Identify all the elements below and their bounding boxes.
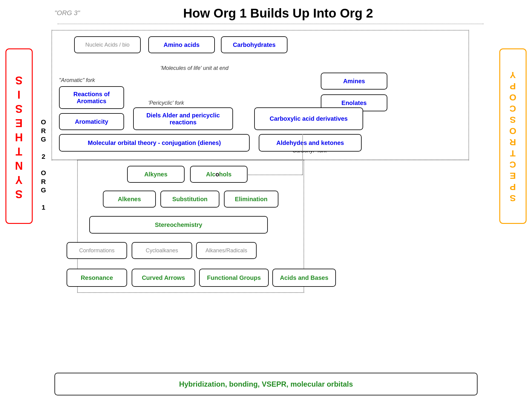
carboxylic-box: Carboxylic acid derivatives	[254, 107, 363, 130]
alcohols-dotted-vert	[302, 134, 303, 175]
alcohols-dotted-right	[248, 175, 303, 175]
amino-acids-box: Amino acids	[148, 36, 215, 53]
hybridization-box: Hybridization, bonding, VSEPR, molecular…	[54, 373, 478, 395]
acids-bases-box: Acids and Bases	[272, 269, 336, 287]
cycloalkanes-box: Cycloalkanes	[132, 242, 192, 259]
org1-label: ORG1	[41, 169, 46, 212]
carbohydrates-box: Carbohydrates	[221, 36, 287, 53]
org2-label: ORG2	[41, 118, 46, 161]
spectroscopy-box: SPECTROSCOPY	[499, 48, 527, 224]
diels-alder-box: Diels Alder and pericyclic reactions	[133, 107, 233, 130]
functional-groups-box: Functional Groups	[199, 269, 269, 287]
nucleic-acids-box: Nucleic Acids / bio	[74, 36, 141, 53]
synthesis-box: SYNTHESIS	[5, 48, 33, 224]
mol-orbital-box: Molecular orbital theory - conjugation (…	[59, 134, 250, 152]
main-container: How Org 1 Builds Up Into Org 2 "ORG 3" S…	[0, 0, 532, 406]
stereochemistry-box: Stereochemistry	[89, 216, 268, 234]
alkynes-box: Alkynes	[127, 166, 185, 183]
org3-divider	[57, 24, 484, 24]
org3-label: "ORG 3"	[54, 9, 80, 17]
hybridization-label: Hybridization, bonding, VSEPR, molecular…	[179, 380, 353, 388]
aldehydes-box: Aldehydes and ketones	[259, 134, 362, 152]
spectroscopy-label: SPECTROSCOPY	[508, 69, 518, 203]
aromaticity-box: Aromaticity	[59, 113, 124, 130]
synthesis-label: SYNTHESIS	[13, 72, 25, 200]
amines-box: Amines	[321, 73, 387, 90]
resonance-box: Resonance	[67, 269, 127, 287]
org-divider-line	[51, 160, 469, 160]
conformations-box: Conformations	[67, 242, 127, 259]
elimination-box: Elimination	[224, 191, 278, 208]
alcohols-box: Alcohols	[190, 166, 248, 183]
page-title: How Org 1 Builds Up Into Org 2	[30, 6, 526, 21]
curved-arrows-box: Curved Arrows	[132, 269, 195, 287]
substitution-box: Substitution	[160, 191, 219, 208]
alcohols-label: Alcohols	[206, 171, 232, 178]
alkenes-box: Alkenes	[103, 191, 156, 208]
reactions-aromatics-box: Reactions of Aromatics	[59, 86, 124, 109]
alkanes-radicals-box: Alkanes/Radicals	[196, 242, 257, 259]
